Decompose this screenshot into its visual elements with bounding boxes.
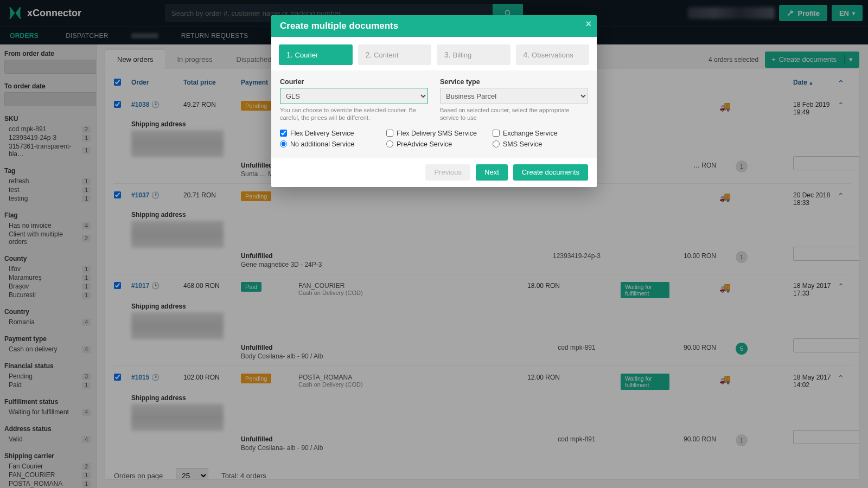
opt-no-additional[interactable]: No additional Service [280,140,375,148]
opt-sms[interactable]: SMS Service [493,140,588,148]
opt-flex[interactable]: Flex Delivery Service [280,130,375,137]
opt-flex-sms[interactable]: Flex Delivery SMS Service [386,130,482,137]
step-courier[interactable]: 1. Courier [279,44,353,65]
step-content[interactable]: 2. Content [358,44,432,65]
courier-hint: You can choose to override the selected … [280,106,428,122]
step-observations[interactable]: 4. Observations [516,44,590,65]
service-type-label: Service type [440,78,588,86]
service-type-select[interactable]: Business Parcel [440,88,588,104]
modal-overlay: Create multiple documents × 1. Courier 2… [0,0,868,488]
opt-preadvice[interactable]: PreAdvice Service [386,140,482,148]
modal-title: Create multiple documents [280,21,398,31]
modal-close-icon[interactable]: × [585,18,591,30]
previous-button: Previous [425,164,470,181]
service-hint: Based on selected courier, select the ap… [440,106,588,122]
opt-exchange[interactable]: Exchange Service [493,130,588,137]
step-billing[interactable]: 3. Billing [437,44,510,65]
courier-select[interactable]: GLS [280,88,428,104]
create-documents-modal-button[interactable]: Create documents [513,164,588,181]
next-button[interactable]: Next [476,164,508,181]
create-documents-modal: Create multiple documents × 1. Courier 2… [271,15,597,187]
courier-field-label: Courier [280,78,428,86]
